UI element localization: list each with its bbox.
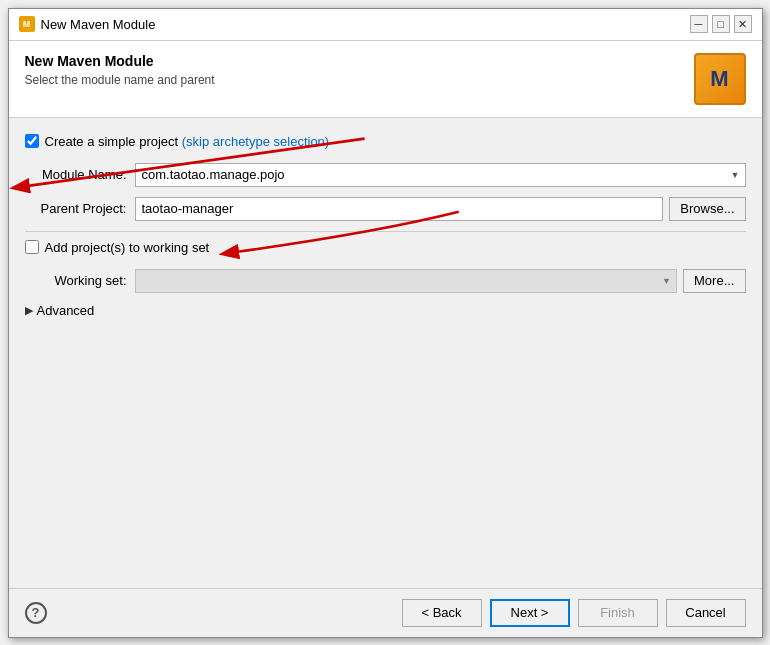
- title-bar-left: M New Maven Module: [19, 16, 156, 32]
- content-area: Create a simple project (skip archetype …: [9, 118, 762, 588]
- annotation-arrows: [9, 118, 762, 588]
- parent-project-input[interactable]: [135, 197, 664, 221]
- help-icon[interactable]: ?: [25, 602, 47, 624]
- footer-left: ?: [25, 602, 47, 624]
- add-working-set-label: Add project(s) to working set: [45, 240, 210, 255]
- browse-button[interactable]: Browse...: [669, 197, 745, 221]
- title-bar: M New Maven Module ─ □ ✕: [9, 9, 762, 41]
- parent-project-row: Parent Project: Browse...: [25, 197, 746, 221]
- working-set-wrapper: [135, 269, 678, 293]
- maven-logo: M: [694, 53, 746, 105]
- advanced-row[interactable]: ▶ Advanced: [25, 303, 746, 318]
- header-text: New Maven Module Select the module name …: [25, 53, 215, 87]
- more-button[interactable]: More...: [683, 269, 745, 293]
- working-set-label: Working set:: [25, 273, 135, 288]
- dialog: M New Maven Module ─ □ ✕ New Maven Modul…: [8, 8, 763, 638]
- maximize-button[interactable]: □: [712, 15, 730, 33]
- add-working-set-row: Add project(s) to working set: [25, 240, 746, 255]
- maven-title-icon: M: [19, 16, 35, 32]
- header-section: New Maven Module Select the module name …: [9, 41, 762, 118]
- working-set-row: Working set: More...: [25, 269, 746, 293]
- advanced-label: Advanced: [37, 303, 95, 318]
- create-simple-project-checkbox[interactable]: [25, 134, 39, 148]
- title-controls: ─ □ ✕: [690, 15, 752, 33]
- cancel-button[interactable]: Cancel: [666, 599, 746, 627]
- module-name-input[interactable]: [135, 163, 746, 187]
- create-simple-project-label: Create a simple project (skip archetype …: [45, 134, 330, 149]
- page-title: New Maven Module: [25, 53, 215, 69]
- minimize-button[interactable]: ─: [690, 15, 708, 33]
- add-working-set-checkbox[interactable]: [25, 240, 39, 254]
- working-set-select[interactable]: [135, 269, 678, 293]
- page-subtitle: Select the module name and parent: [25, 73, 215, 87]
- title-bar-text: New Maven Module: [41, 17, 156, 32]
- footer: ? < Back Next > Finish Cancel: [9, 588, 762, 637]
- separator-1: [25, 231, 746, 232]
- module-name-label: Module Name:: [25, 167, 135, 182]
- skip-archetype-link[interactable]: (skip archetype selection): [182, 134, 329, 149]
- parent-project-label: Parent Project:: [25, 201, 135, 216]
- footer-buttons: < Back Next > Finish Cancel: [402, 599, 746, 627]
- finish-button: Finish: [578, 599, 658, 627]
- advanced-arrow-icon: ▶: [25, 304, 33, 317]
- module-name-row: Module Name:: [25, 163, 746, 187]
- close-button[interactable]: ✕: [734, 15, 752, 33]
- next-button[interactable]: Next >: [490, 599, 570, 627]
- back-button[interactable]: < Back: [402, 599, 482, 627]
- module-name-wrapper: [135, 163, 746, 187]
- create-simple-project-row: Create a simple project (skip archetype …: [25, 134, 746, 149]
